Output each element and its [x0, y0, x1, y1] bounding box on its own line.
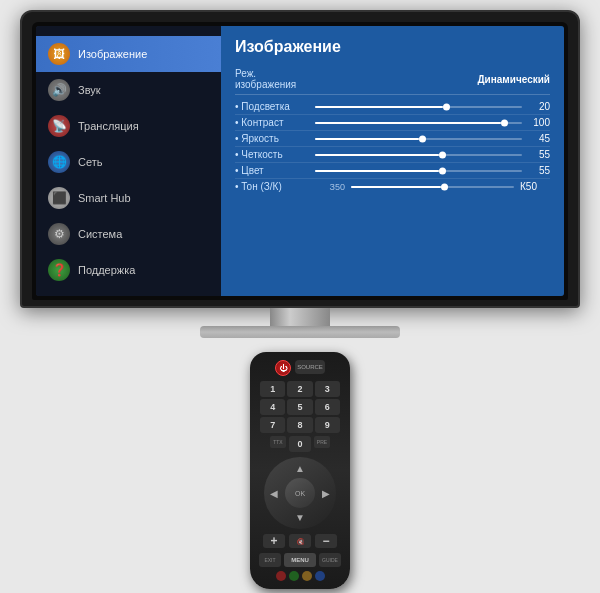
menu-item-image[interactable]: 🖼 Изображение	[36, 36, 221, 72]
ton-label: • Тон (З/К)	[235, 181, 315, 192]
slider-track-2	[315, 138, 522, 140]
menu-item-smarthub[interactable]: ⬛ Smart Hub	[36, 180, 221, 216]
setting-label-2: • Яркость	[235, 133, 315, 144]
mute-button[interactable]: 🔇	[289, 534, 311, 548]
setting-row-podvetka: • Подсветка 20	[235, 99, 550, 115]
setting-value-2: 45	[522, 133, 550, 144]
menu-item-support[interactable]: ❓ Поддержка	[36, 252, 221, 288]
vol-row: + 🔇 −	[263, 534, 337, 548]
mode-value: Динамический	[477, 74, 550, 85]
slider-fill-2	[315, 138, 419, 140]
menu-item-sound[interactable]: 🔊 Звук	[36, 72, 221, 108]
setting-label-0: • Подсветка	[235, 101, 315, 112]
tv-stand-neck	[270, 308, 330, 326]
menu-item-system[interactable]: ⚙ Система	[36, 216, 221, 252]
setting-value-0: 20	[522, 101, 550, 112]
slider-podvetka[interactable]	[315, 106, 522, 108]
num-btn-5[interactable]: 5	[287, 399, 312, 415]
slider-fill-1	[315, 122, 501, 124]
nav-ring: ▲ ▼ ◀ ▶ OK	[264, 457, 336, 529]
tv-screen: 🖼 Изображение 🔊 Звук 📡 Трансляция 🌐 Сеть	[36, 26, 564, 296]
nav-ok-label: OK	[295, 490, 305, 497]
slider-dot-4	[439, 167, 446, 174]
num-btn-0[interactable]: 0	[289, 436, 311, 452]
tv-container: 🖼 Изображение 🔊 Звук 📡 Трансляция 🌐 Сеть	[20, 10, 580, 589]
tv-bezel: 🖼 Изображение 🔊 Звук 📡 Трансляция 🌐 Сеть	[32, 22, 568, 300]
num-btn-2[interactable]: 2	[287, 381, 312, 397]
menu-label-image: Изображение	[78, 48, 147, 60]
color-btn-yellow[interactable]	[302, 571, 312, 581]
prech-btn[interactable]: PRE	[314, 436, 330, 448]
slider-fill-4	[315, 170, 439, 172]
nav-right-icon[interactable]: ▶	[322, 488, 330, 499]
num-btn-9[interactable]: 9	[315, 417, 340, 433]
slider-dot-0	[443, 103, 450, 110]
ton-left-value: З50	[315, 182, 345, 192]
slider-yarkost[interactable]	[315, 138, 522, 140]
menu-label-smarthub: Smart Hub	[78, 192, 131, 204]
menu-label-sound: Звук	[78, 84, 101, 96]
menu-item-broadcast[interactable]: 📡 Трансляция	[36, 108, 221, 144]
exit-btn[interactable]: EXIT	[259, 553, 281, 567]
setting-row-kontrast: • Контраст 100	[235, 115, 550, 131]
mode-label: Реж. изображения	[235, 68, 315, 90]
menu-item-network[interactable]: 🌐 Сеть	[36, 144, 221, 180]
setting-row-chetkost: • Четкость 55	[235, 147, 550, 163]
smarthub-icon: ⬛	[48, 187, 70, 209]
slider-chetkost[interactable]	[315, 154, 522, 156]
source-label: SOURCE	[297, 364, 323, 370]
bottom-buttons: EXIT MENU GUIDE	[259, 553, 341, 567]
num-btn-8[interactable]: 8	[287, 417, 312, 433]
vol-plus-button[interactable]: +	[263, 534, 285, 548]
setting-label-3: • Четкость	[235, 149, 315, 160]
setting-row-ton: • Тон (З/К) З50 К50	[235, 179, 550, 194]
color-btn-red[interactable]	[276, 571, 286, 581]
remote-container: ⏻ SOURCE 1 2 3 4 5 6 7 8 9 TTX	[250, 352, 350, 589]
slider-track-0	[315, 106, 522, 108]
slider-track-1	[315, 122, 522, 124]
num-btn-6[interactable]: 6	[315, 399, 340, 415]
menu-label-system: Система	[78, 228, 122, 240]
slider-dot-3	[439, 151, 446, 158]
vol-minus-button[interactable]: −	[315, 534, 337, 548]
broadcast-icon: 📡	[48, 115, 70, 137]
nav-area: ▲ ▼ ◀ ▶ OK	[264, 457, 336, 529]
slider-track-3	[315, 154, 522, 156]
num-btn-4[interactable]: 4	[260, 399, 285, 415]
num-btn-3[interactable]: 3	[315, 381, 340, 397]
source-button[interactable]: SOURCE	[295, 360, 325, 374]
number-grid: 1 2 3 4 5 6 7 8 9	[260, 381, 340, 433]
sound-icon: 🔊	[48, 79, 70, 101]
system-icon: ⚙	[48, 223, 70, 245]
nav-left-icon[interactable]: ◀	[270, 488, 278, 499]
menu-label-broadcast: Трансляция	[78, 120, 139, 132]
nav-up-icon[interactable]: ▲	[295, 463, 305, 474]
num-btn-1[interactable]: 1	[260, 381, 285, 397]
color-btn-blue[interactable]	[315, 571, 325, 581]
menu-label-network: Сеть	[78, 156, 102, 168]
slider-fill-3	[315, 154, 439, 156]
mode-row: Реж. изображения Динамический	[235, 66, 550, 95]
setting-value-1: 100	[522, 117, 550, 128]
ttx-btn[interactable]: TTX	[270, 436, 286, 448]
nav-down-icon[interactable]: ▼	[295, 512, 305, 523]
ton-right-value: К50	[520, 181, 550, 192]
num-btn-7[interactable]: 7	[260, 417, 285, 433]
nav-ok-button[interactable]: OK	[285, 478, 315, 508]
setting-label-4: • Цвет	[235, 165, 315, 176]
slider-dot-2	[419, 135, 426, 142]
tv-stand-base	[200, 326, 400, 338]
slider-fill-0	[315, 106, 443, 108]
slider-track-4	[315, 170, 522, 172]
menu-button[interactable]: MENU	[284, 553, 316, 567]
menu-label-support: Поддержка	[78, 264, 135, 276]
setting-value-3: 55	[522, 149, 550, 160]
slider-tsvet[interactable]	[315, 170, 522, 172]
guide-btn[interactable]: GUIDE	[319, 553, 341, 567]
power-button[interactable]: ⏻	[275, 360, 291, 376]
menu-panel: 🖼 Изображение 🔊 Звук 📡 Трансляция 🌐 Сеть	[36, 26, 221, 296]
slider-kontrast[interactable]	[315, 122, 522, 124]
support-icon: ❓	[48, 259, 70, 281]
ton-slider[interactable]	[351, 186, 514, 188]
color-btn-green[interactable]	[289, 571, 299, 581]
